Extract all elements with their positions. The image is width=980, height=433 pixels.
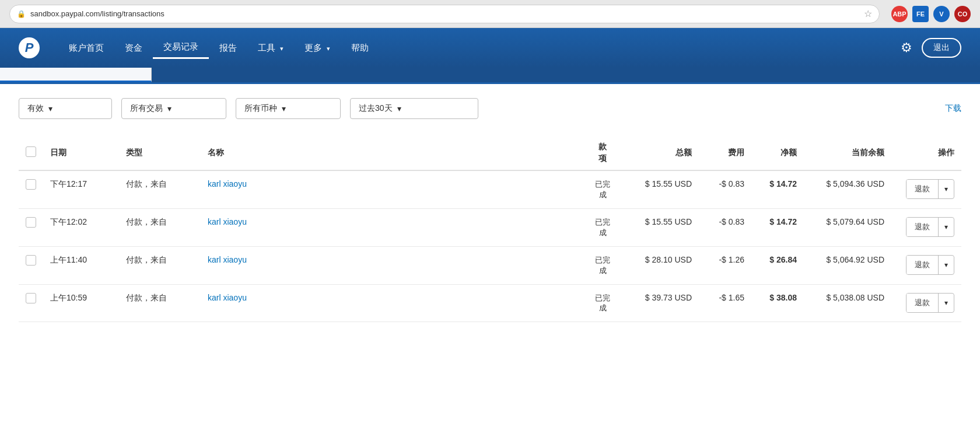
row-action-cell-3: 退款 ▾ [891,284,961,322]
th-balance: 当前余额 [804,135,891,170]
row-checkbox-cell-3 [19,284,43,322]
row-date-2: 上午11:40 [43,246,119,284]
row-status-3: 已完 成 [582,284,623,322]
nav-item-funds[interactable]: 资金 [114,38,153,58]
browser-bar: 🔒 sandbox.paypal.com/listing/transaction… [0,0,980,28]
main-content: 有效 ▾ 所有交易 ▾ 所有币种 ▾ 过去30天 ▾ 下载 日期 类型 名称 [0,84,980,433]
nav-item-help[interactable]: 帮助 [341,38,379,58]
row-action-group-1: 退款 ▾ [906,217,954,237]
row-net-0: $ 14.72 [751,170,804,208]
transactions-table: 日期 类型 名称 款 项 总额 费用 净额 当前余额 操作 下午12:17 [19,135,961,322]
sub-tab-transactions[interactable] [0,68,152,82]
row-status-1: 已完 成 [582,208,623,246]
row-name-link-1[interactable]: karl xiaoyu [208,217,247,226]
th-date: 日期 [43,135,119,170]
row-type-0: 付款，来自 [119,170,201,208]
nav-item-home[interactable]: 账户首页 [58,38,114,58]
th-amount: 总额 [623,135,699,170]
row-action-chevron-2[interactable]: ▾ [939,257,954,273]
navbar: P 账户首页 资金 交易记录 报告 工具 ▾ 更多 ▾ 帮助 ⚙ 退出 [0,28,980,68]
download-link[interactable]: 下载 [945,103,961,114]
row-type-2: 付款，来自 [119,246,201,284]
nav-item-tools[interactable]: 工具 ▾ [247,38,294,58]
select-all-checkbox[interactable] [26,146,36,157]
row-status-0: 已完 成 [582,170,623,208]
settings-button[interactable]: ⚙ [901,40,912,55]
url-bar[interactable]: 🔒 sandbox.paypal.com/listing/transaction… [9,5,880,23]
row-name-link-2[interactable]: karl xiaoyu [208,255,247,264]
row-date-0: 下午12:17 [43,170,119,208]
row-action-group-0: 退款 ▾ [906,179,954,199]
paypal-logo[interactable]: P [19,37,40,58]
th-status: 款 项 [582,135,623,170]
row-type-3: 付款，来自 [119,284,201,322]
row-checkbox-1[interactable] [26,217,36,228]
row-name-link-3[interactable]: karl xiaoyu [208,293,247,302]
filter-currency-chevron: ▾ [282,104,286,113]
filter-status-chevron: ▾ [48,104,52,113]
row-name-1[interactable]: karl xiaoyu [201,208,582,246]
row-amount-1: $ 15.55 USD [623,208,699,246]
co-extension-icon[interactable]: CO [954,6,971,22]
row-checkbox-3[interactable] [26,293,36,303]
row-status-text-1: 已完 成 [595,218,610,237]
th-fee: 费用 [699,135,751,170]
filter-currency[interactable]: 所有币种 ▾ [236,98,341,119]
row-refund-button-3[interactable]: 退款 [907,294,939,312]
row-checkbox-0[interactable] [26,179,36,190]
url-text: sandbox.paypal.com/listing/transactions [30,9,859,18]
row-refund-button-2[interactable]: 退款 [907,256,939,274]
nav-item-transactions[interactable]: 交易记录 [153,37,209,59]
filter-currency-label: 所有币种 [244,103,277,114]
row-amount-0: $ 15.55 USD [623,170,699,208]
v-extension-icon[interactable]: V [933,6,950,22]
row-name-2[interactable]: karl xiaoyu [201,246,582,284]
row-net-1: $ 14.72 [751,208,804,246]
row-refund-button-1[interactable]: 退款 [907,218,939,236]
row-action-chevron-0[interactable]: ▾ [939,181,954,197]
filter-type[interactable]: 所有交易 ▾ [121,98,226,119]
row-net-2: $ 26.84 [751,246,804,284]
row-action-chevron-1[interactable]: ▾ [939,219,954,235]
lock-icon: 🔒 [17,10,26,18]
th-net: 净额 [751,135,804,170]
row-name-0[interactable]: karl xiaoyu [201,170,582,208]
row-fee-0: -$ 0.83 [699,170,751,208]
row-fee-3: -$ 1.65 [699,284,751,322]
abp-extension-icon[interactable]: ABP [891,6,908,22]
filter-period[interactable]: 过去30天 ▾ [350,98,478,119]
logout-button[interactable]: 退出 [922,38,961,58]
row-balance-1: $ 5,079.64 USD [804,208,891,246]
th-status-line1: 款 [598,141,607,153]
filters-row: 有效 ▾ 所有交易 ▾ 所有币种 ▾ 过去30天 ▾ 下载 [19,98,961,119]
row-refund-button-0[interactable]: 退款 [907,180,939,198]
row-name-link-0[interactable]: karl xiaoyu [208,179,247,188]
filter-type-chevron: ▾ [167,104,172,113]
row-action-cell-0: 退款 ▾ [891,170,961,208]
filter-period-chevron: ▾ [397,104,401,113]
th-checkbox[interactable] [19,135,43,170]
row-checkbox-2[interactable] [26,255,36,266]
row-action-chevron-3[interactable]: ▾ [939,295,954,311]
more-chevron-icon: ▾ [327,45,330,52]
nav-item-more[interactable]: 更多 ▾ [294,38,341,58]
nav-item-reports[interactable]: 报告 [209,38,247,58]
row-fee-2: -$ 1.26 [699,246,751,284]
row-balance-0: $ 5,094.36 USD [804,170,891,208]
row-date-1: 下午12:02 [43,208,119,246]
filter-period-label: 过去30天 [359,103,393,114]
row-action-cell-1: 退款 ▾ [891,208,961,246]
filter-status[interactable]: 有效 ▾ [19,98,112,119]
th-action: 操作 [891,135,961,170]
nav-links: 账户首页 资金 交易记录 报告 工具 ▾ 更多 ▾ 帮助 [58,37,901,59]
row-fee-1: -$ 0.83 [699,208,751,246]
fe-extension-icon[interactable]: FE [912,6,929,22]
row-action-group-2: 退款 ▾ [906,255,954,275]
paypal-icon: P [19,37,40,58]
th-status-line2: 项 [598,153,607,165]
row-action-cell-2: 退款 ▾ [891,246,961,284]
row-name-3[interactable]: karl xiaoyu [201,284,582,322]
row-type-1: 付款，来自 [119,208,201,246]
bookmark-icon[interactable]: ☆ [864,8,872,19]
row-status-2: 已完 成 [582,246,623,284]
